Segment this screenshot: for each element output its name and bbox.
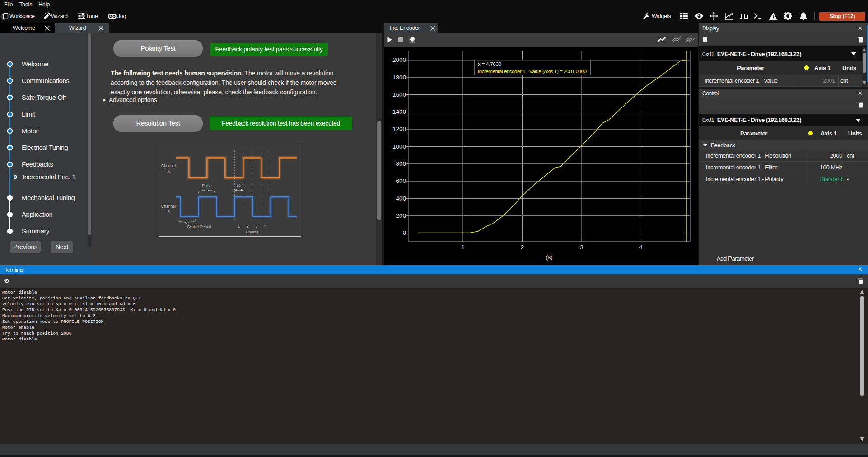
svg-text:3: 3 (580, 244, 583, 251)
svg-text:x = 4.7630: x = 4.7630 (478, 61, 501, 67)
svg-text:B: B (167, 210, 170, 214)
svg-text:Channel: Channel (161, 204, 176, 209)
svg-text:800: 800 (396, 160, 406, 167)
svg-text:600: 600 (396, 177, 406, 184)
svg-text:1000: 1000 (392, 143, 406, 150)
svg-text:Channel: Channel (161, 163, 176, 168)
svg-text:4: 4 (639, 244, 643, 251)
svg-text:400: 400 (396, 195, 406, 202)
svg-text:2000: 2000 (392, 56, 406, 63)
svg-text:1: 1 (461, 244, 465, 251)
svg-text:1: 1 (238, 224, 240, 228)
svg-text:1600: 1600 (392, 91, 406, 98)
svg-text:(s): (s) (546, 254, 552, 261)
svg-text:Cycle / Period: Cycle / Period (187, 224, 211, 229)
svg-text:Incremental encoder 1 - Value: Incremental encoder 1 - Value (Axis 1) =… (478, 69, 586, 74)
svg-text:0: 0 (402, 229, 406, 236)
svg-text:Pulse: Pulse (202, 183, 212, 188)
svg-text:A: A (167, 169, 170, 173)
svg-text:2: 2 (521, 244, 524, 251)
svg-text:200: 200 (396, 212, 406, 219)
svg-text:1800: 1800 (392, 74, 406, 81)
svg-text:90 °: 90 ° (237, 183, 243, 187)
svg-text:4: 4 (264, 224, 266, 228)
svg-text:Counts: Counts (246, 230, 258, 234)
svg-text:1200: 1200 (392, 126, 406, 132)
svg-text:2: 2 (247, 224, 249, 228)
svg-text:3: 3 (256, 224, 258, 228)
svg-text:1400: 1400 (392, 108, 406, 115)
